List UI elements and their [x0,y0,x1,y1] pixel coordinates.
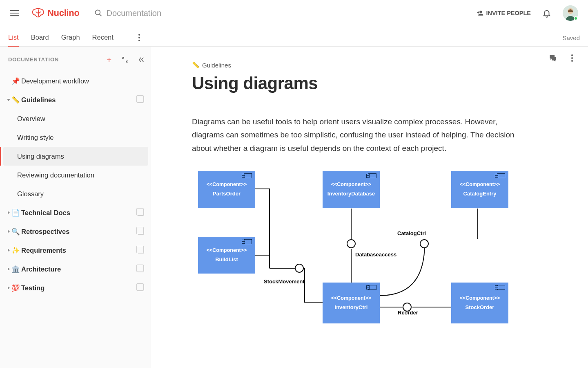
component-diagram: <<Component>>PartsOrder <<Component>>Inv… [192,169,527,332]
component-catalog-entry: <<Component>>CatalogEntry [451,171,508,208]
component-build-list: <<Component>>BuildList [198,237,255,274]
copy-icon[interactable] [138,228,144,235]
brand-name: Nuclino [47,8,80,18]
label-databaseaccess: Databaseaccess [355,251,396,258]
topbar-right: INVITE PEOPLE [476,5,578,21]
component-stock-order: <<Component>>StockOrder [451,283,508,323]
sidebar-section-technical-docs[interactable]: 📄 Technical Docs [3,203,148,222]
search-icon [94,9,102,17]
brain-icon [32,8,45,18]
sidebar-section-requirements[interactable]: ✨ Requirements [3,241,148,260]
breadcrumb[interactable]: 📏 Guidelines [192,61,527,69]
tab-recent[interactable]: Recent [92,34,114,46]
invite-people-button[interactable]: INVITE PEOPLE [476,9,531,17]
chevron-right-icon [6,286,11,289]
component-inventory-ctrl: <<Component>>InventoryCtrl [323,283,380,323]
user-avatar[interactable] [563,5,578,21]
view-tabs: List Board Graph Recent Saved [0,26,588,47]
sidebar-tree: 📌 Development workflow 📏 Guidelines Over… [0,70,151,297]
interface-stockmovement [295,264,304,273]
interface-databaseaccess [347,239,356,248]
sidebar-section-architecture[interactable]: 🏛️ Architecture [3,260,148,278]
expand-button[interactable] [121,56,129,63]
copy-icon[interactable] [138,209,144,216]
svg-rect-0 [10,10,19,11]
sparkle-icon: ✨ [11,247,20,254]
chevron-down-icon [6,99,11,101]
page-title[interactable]: Using diagrams [192,74,527,93]
topbar: Nuclino Documentation INVITE PEOPLE [0,0,588,26]
label-reorder: Reorder [398,310,418,316]
interface-catalogctrl [420,239,429,248]
building-icon: 🏛️ [11,265,20,273]
svg-point-3 [95,10,100,15]
magnifier-icon: 🔍 [11,228,20,236]
search-placeholder: Documentation [107,9,162,18]
label-catalogctrl: CatalogCtrl [397,230,426,236]
copy-icon[interactable] [138,285,144,291]
sidebar-item-using-diagrams[interactable]: Using diagrams [3,147,148,166]
document-icon: 📄 [11,209,20,217]
collapse-sidebar-button[interactable] [138,56,145,63]
sidebar-item-reviewing-documentation[interactable]: Reviewing documentation [3,166,148,184]
chevron-right-icon [6,230,11,233]
sidebar: DOCUMENTATION ＋ 📌 Development workflow 📏… [0,47,151,368]
copy-icon[interactable] [138,96,144,103]
sidebar-pinned-item[interactable]: 📌 Development workflow [3,72,148,90]
chevron-right-icon [6,211,11,214]
pin-icon: 📌 [11,77,20,85]
tabs-more-button[interactable] [136,34,143,46]
ruler-icon: 📏 [192,61,200,69]
sidebar-item-overview[interactable]: Overview [3,109,148,128]
menu-button[interactable] [7,6,22,20]
svg-line-4 [99,14,101,16]
notifications-button[interactable] [542,9,551,18]
svg-rect-1 [10,13,19,13]
doc-actions [549,54,576,62]
add-item-button[interactable]: ＋ [105,54,112,65]
chevron-right-icon [6,249,11,252]
search-input[interactable]: Documentation [94,9,162,18]
copy-icon[interactable] [138,247,144,254]
ruler-icon: 📏 [11,96,20,104]
document: 📏 Guidelines Using diagrams Diagrams can… [151,47,527,332]
hamburger-icon [10,9,19,18]
sidebar-section-testing[interactable]: 💯 Testing [3,278,148,297]
breadcrumb-label: Guidelines [202,62,231,69]
invite-icon [476,9,483,17]
sidebar-header: DOCUMENTATION ＋ [0,49,151,70]
chevron-right-icon [6,267,11,271]
hundred-icon: 💯 [11,284,20,292]
sidebar-section-retrospectives[interactable]: 🔍 Retrospectives [3,222,148,241]
brand-logo[interactable]: Nuclino [32,8,80,18]
comments-button[interactable] [549,54,557,62]
copy-icon[interactable] [138,266,144,272]
presence-indicator [574,16,578,20]
tab-board[interactable]: Board [31,34,49,46]
component-parts-order: <<Component>>PartsOrder [198,171,255,208]
save-status: Saved [562,34,580,46]
svg-rect-2 [10,15,19,16]
sidebar-item-glossary[interactable]: Glossary [3,184,148,203]
doc-more-button[interactable] [568,54,576,62]
tab-list[interactable]: List [8,34,19,46]
body: DOCUMENTATION ＋ 📌 Development workflow 📏… [0,47,588,368]
label-stockmovement: StockMovement [264,278,305,285]
sidebar-section-guidelines[interactable]: 📏 Guidelines [3,90,148,109]
tab-graph[interactable]: Graph [61,34,80,46]
main-content: 📏 Guidelines Using diagrams Diagrams can… [151,47,588,368]
doc-paragraph[interactable]: Diagrams can be useful tools to help ori… [192,115,527,155]
sidebar-item-writing-style[interactable]: Writing style [3,128,148,147]
sidebar-heading: DOCUMENTATION [8,56,59,63]
component-inventory-database: <<Component>>InventoryDatabase [323,171,380,208]
invite-label: INVITE PEOPLE [486,10,531,16]
